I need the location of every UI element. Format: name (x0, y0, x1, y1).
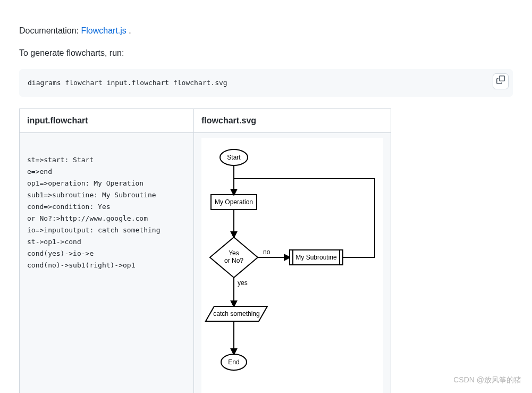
start-label: Start (227, 154, 241, 161)
documentation-line: Documentation: Flowchart.js . (19, 24, 513, 37)
command-codeblock: diagrams flowchart input.flowchart flowc… (19, 69, 513, 97)
copy-icon (496, 76, 505, 87)
io-label: catch something (213, 310, 259, 317)
flowchart-diagram: Start My Operation Yes or No? (205, 141, 380, 386)
doc-prefix: Documentation: (19, 26, 81, 35)
generate-instruction: To generate flowcharts, run: (19, 47, 513, 60)
end-label: End (228, 358, 239, 366)
operation-label: My Operation (215, 198, 253, 206)
condition-label-1: Yes (229, 249, 239, 257)
copy-button[interactable] (493, 73, 509, 89)
flowchart-svg-container: Start My Operation Yes or No? (201, 138, 383, 393)
watermark: CSDN @放风筝的猪 (453, 374, 521, 386)
flowchartjs-link[interactable]: Flowchart.js (81, 26, 126, 35)
doc-suffix: . (126, 26, 131, 35)
condition-label-2: or No? (224, 257, 243, 264)
example-table: input.flowchart flowchart.svg st=>start:… (19, 108, 391, 394)
source-code: st=>start: Start e=>end op1=>operation: … (27, 138, 186, 288)
source-cell: st=>start: Start e=>end op1=>operation: … (20, 132, 194, 393)
header-output: flowchart.svg (194, 108, 391, 132)
subroutine-label: My Subroutine (295, 254, 337, 261)
edge-sub-to-op (234, 179, 375, 257)
no-label: no (263, 248, 271, 256)
svg-cell: Start My Operation Yes or No? (194, 132, 391, 393)
command-text: diagrams flowchart input.flowchart flowc… (28, 79, 227, 87)
header-input: input.flowchart (20, 108, 194, 132)
yes-label: yes (238, 279, 248, 287)
